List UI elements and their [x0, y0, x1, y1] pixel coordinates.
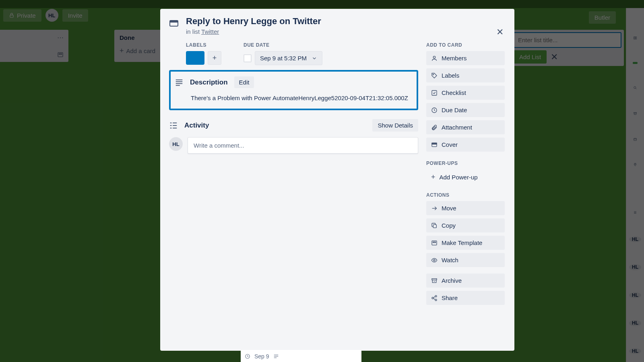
attachment-button[interactable]: Attachment: [426, 120, 505, 134]
archive-button[interactable]: Archive: [426, 274, 505, 288]
watch-button[interactable]: Watch: [426, 253, 505, 267]
activity-section-header: Activity Show Details: [169, 119, 418, 132]
svg-rect-35: [433, 242, 436, 243]
svg-rect-33: [433, 224, 436, 228]
eye-icon: [431, 257, 438, 263]
card-snippet[interactable]: Sep 9: [241, 350, 361, 362]
attachment-icon: [431, 124, 438, 131]
description-section: Description Edit There's a Problem with …: [169, 70, 418, 110]
add-powerup-button[interactable]: + Add Power-up: [426, 169, 505, 185]
user-avatar: HL: [169, 137, 183, 151]
card-icon: [169, 19, 179, 28]
archive-icon: [431, 278, 438, 284]
card-detail-modal: ✕ Reply to Henry Legge on Twitter in lis…: [160, 9, 514, 351]
svg-point-40: [432, 297, 433, 299]
svg-point-27: [433, 74, 433, 75]
labels-button[interactable]: Labels: [426, 68, 505, 82]
members-icon: [431, 55, 438, 62]
due-date-button[interactable]: Sep 9 at 5:32 PM: [255, 51, 322, 65]
card-title[interactable]: Reply to Henry Legge on Twitter: [186, 16, 321, 27]
members-button[interactable]: Members: [426, 51, 505, 65]
add-label-button[interactable]: +: [208, 51, 221, 65]
svg-point-36: [433, 259, 435, 261]
description-icon: [273, 354, 279, 359]
activity-heading: Activity: [184, 121, 209, 130]
copy-button[interactable]: Copy: [426, 218, 505, 232]
close-modal-button[interactable]: ✕: [493, 25, 507, 39]
svg-line-43: [433, 298, 436, 300]
cover-icon: [431, 142, 438, 148]
labels-heading: LABELS: [186, 42, 221, 48]
template-icon: [431, 240, 438, 246]
list-link[interactable]: Twitter: [201, 28, 219, 35]
svg-rect-37: [432, 278, 437, 280]
chevron-down-icon: [312, 56, 317, 61]
card-sidebar: ADD TO CARD Members Labels Checklist Due…: [426, 42, 505, 308]
power-ups-heading: POWER-UPS: [426, 160, 505, 166]
arrow-right-icon: [431, 205, 438, 212]
card-due-label: Sep 9: [254, 353, 269, 360]
move-button[interactable]: Move: [426, 201, 505, 215]
description-heading: Description: [190, 78, 228, 86]
svg-rect-15: [170, 21, 178, 23]
due-date-section: DUE DATE Sep 9 at 5:32 PM: [244, 42, 322, 65]
comment-input[interactable]: Write a comment...: [188, 137, 418, 154]
share-icon: [431, 295, 438, 301]
description-icon: [175, 78, 184, 87]
show-details-button[interactable]: Show Details: [372, 119, 418, 132]
svg-line-42: [433, 296, 436, 298]
clock-icon: [245, 354, 250, 359]
due-date-heading: DUE DATE: [244, 42, 322, 48]
due-date-checkbox[interactable]: [244, 54, 252, 62]
add-to-card-heading: ADD TO CARD: [426, 42, 505, 48]
comment-composer: HL Write a comment...: [169, 137, 418, 154]
checklist-icon: [431, 90, 438, 96]
svg-point-26: [433, 56, 435, 58]
clock-icon: [431, 107, 438, 113]
checklist-button[interactable]: Checklist: [426, 86, 505, 100]
svg-point-41: [435, 299, 437, 300]
label-icon: [431, 72, 438, 79]
svg-rect-31: [432, 143, 437, 144]
actions-heading: ACTIONS: [426, 192, 505, 198]
cover-button[interactable]: Cover: [426, 138, 505, 152]
due-date-button[interactable]: Due Date: [426, 103, 505, 117]
svg-rect-28: [432, 90, 437, 95]
labels-section: LABELS +: [186, 42, 221, 65]
description-text[interactable]: There's a Problem with Power AutomateHen…: [175, 95, 411, 101]
card-list-location: in list Twitter: [186, 28, 321, 35]
label-blue[interactable]: [186, 51, 204, 65]
edit-description-button[interactable]: Edit: [234, 76, 254, 88]
plus-icon: +: [431, 173, 436, 181]
share-button[interactable]: Share: [426, 291, 505, 305]
make-template-button[interactable]: Make Template: [426, 236, 505, 250]
activity-icon: [169, 121, 178, 130]
copy-icon: [431, 222, 438, 229]
svg-point-39: [435, 295, 437, 297]
